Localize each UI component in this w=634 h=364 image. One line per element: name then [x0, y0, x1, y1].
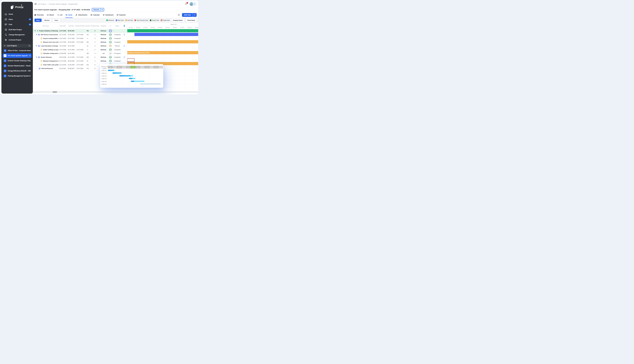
project-item-elevator-modernization[interactable]: E Elevator Modernization – Reside... — [3, 64, 32, 68]
horizontal-scrollbar[interactable] — [33, 91, 198, 93]
collapse-toggle[interactable] — [36, 57, 37, 58]
add-column-button[interactable]: + — [124, 25, 125, 27]
add-subtask-button[interactable]: + — [124, 45, 125, 47]
sidebar-item-draft-new-project[interactable]: Draft New Project — [2, 27, 33, 32]
gantt-bar-measure-duct[interactable] — [127, 40, 198, 43]
progress-ring: 100% — [109, 56, 112, 58]
dashboard-icon — [103, 14, 105, 16]
tab-payment[interactable]: Payment — [117, 12, 126, 18]
table-row[interactable]: Vendor Selection 02-02-2026 31-12-2026 2… — [33, 56, 127, 59]
add-task-label: Add Task — [182, 13, 193, 17]
notifications-button[interactable]: 0 — [184, 2, 188, 6]
sidebar-item-chat[interactable]: Chat 0 — [2, 22, 33, 27]
table-row[interactable]: Load Calculation & Design Re 01-12-2025 … — [33, 44, 127, 48]
refresh-icon[interactable] — [178, 14, 180, 16]
view-days-button[interactable]: Days — [34, 19, 42, 22]
table-row[interactable]: Project Initiation & Planning 31-07-2025… — [33, 29, 127, 33]
breadcrumb-separator: / — [47, 3, 48, 5]
expand-gantt-button[interactable]: Expand Gantt — [172, 18, 184, 22]
legend-closed-task: Closed Task — [150, 20, 159, 21]
tab-label: Attachments — [78, 14, 87, 16]
collapse-toggle[interactable] — [36, 46, 37, 46]
project-item-fire-alarm[interactable]: F Fire Alarm System Upgrade – Sh... — [3, 54, 32, 58]
task-name: Site Survey & Assessment — [41, 34, 58, 35]
table-row[interactable]: Material & Equipment Orde 31-07-2025 30-… — [33, 59, 127, 63]
month-cell: OCT — [149, 66, 154, 68]
task-name: Project Initiation & Planning — [39, 30, 58, 32]
add-subtask-button[interactable]: + — [124, 34, 125, 36]
progress-ring: 50% — [109, 45, 112, 47]
collapse-toggle[interactable] — [36, 34, 37, 35]
print-gantt-button[interactable]: Print Gantt — [186, 18, 197, 22]
month-cell-active: JUN — [131, 66, 136, 68]
gantt-bar-site-survey[interactable] — [134, 33, 198, 36]
table-row[interactable]: Calculate cooling and heati 01-08-2025 3… — [33, 52, 127, 56]
progress-ring: 100% — [109, 60, 112, 62]
sidebar-section-live-projects[interactable]: Live Projects — [3, 44, 32, 48]
search-icon[interactable] — [28, 45, 30, 47]
app-logo: ProUp — [2, 4, 33, 10]
column-status: Status — [113, 25, 121, 26]
project-steps-popup: PROJECT'SSTEPS JAN FEB MAR APR MAY JUN J… — [100, 64, 163, 88]
sidebar-item-archived-project[interactable]: Archived Project — [2, 38, 33, 42]
view-tabs-row: Overview Board List Gantt Attachments Ca… — [33, 12, 198, 18]
add-subtask-button[interactable]: + — [124, 56, 125, 58]
sidebar-item-home[interactable]: Home — [2, 12, 33, 17]
project-item-energy-efficiency[interactable]: E Energy Efficiency Retrofit – Offic... — [3, 68, 32, 73]
inbox-count-badge: 0 — [29, 18, 31, 20]
legend-main-task: Main Task — [116, 20, 124, 21]
step-label: STEP 02 — [102, 73, 108, 74]
target-date-box[interactable] — [127, 58, 134, 62]
add-task-button[interactable]: Add Task — [182, 13, 197, 17]
gantt-bar-label: cooling and heating loads per floor — [128, 52, 150, 54]
collapse-sidebar-icon[interactable] — [34, 3, 36, 5]
chevron-down-icon — [102, 9, 103, 10]
tab-board[interactable]: Board — [47, 12, 54, 18]
board-icon — [47, 14, 49, 16]
main-task-swatch — [116, 20, 117, 21]
progress-ring: 100% — [109, 37, 112, 40]
tab-dashboard[interactable]: Dashboard — [103, 12, 114, 18]
step-label: STEP 01 — [102, 70, 108, 71]
paperclip-icon — [76, 14, 77, 16]
gantt-bar-project-initiation[interactable] — [127, 29, 198, 32]
table-row[interactable]: Gather building occupancy 31-07-2025 31-… — [33, 48, 127, 52]
project-item-exterior-facade[interactable]: E Exterior Facade Cleaning & Repa... — [3, 58, 32, 63]
project-item-parking-management[interactable]: P Parking Management System In... — [3, 74, 32, 78]
date-cell: 07 Nov — [178, 26, 186, 29]
project-item-office-fit-out[interactable]: O Office Fit-Out – Corporate Head... — [3, 48, 32, 53]
view-years-button[interactable]: Years — [52, 19, 60, 22]
gantt-bar-calculate-cooling[interactable]: cooling and heating loads per floor — [127, 51, 198, 54]
tab-calendar[interactable]: Calendar — [90, 12, 100, 18]
table-row[interactable]: Measure duct sizes and lay 31-07-2025 31… — [33, 40, 127, 44]
app-window: ProUp Home Inbox 0 Chat 0 Draft New Proj… — [0, 0, 199, 95]
user-menu[interactable] — [189, 2, 196, 6]
project-status-dropdown[interactable]: Planned — [92, 8, 104, 12]
task-name: Material & Equipment Orde — [43, 60, 58, 62]
column-assignee: Assignee — [99, 25, 108, 26]
tab-attachments[interactable]: Attachments — [76, 12, 87, 18]
column-overdue-days: Overdue Days — [91, 25, 99, 26]
target-date-swatch — [161, 20, 162, 21]
collapse-toggle[interactable] — [34, 30, 36, 31]
date-cell: 09 Nov — [193, 26, 198, 29]
tab-label: Calendar — [93, 14, 100, 16]
tab-gantt[interactable]: Gantt — [66, 12, 72, 18]
sidebar-item-inbox[interactable]: Inbox 0 — [2, 17, 33, 22]
task-name: Calculate cooling and heati — [43, 52, 58, 54]
sidebar-item-change-management[interactable]: Change Management — [2, 32, 33, 38]
app-card: ProUp Home Inbox 0 Chat 0 Draft New Proj… — [0, 0, 198, 94]
tab-label: Dashboard — [106, 14, 114, 16]
view-months-button[interactable]: Months — [43, 19, 52, 22]
horizontal-scrollbar-thumb[interactable] — [52, 91, 57, 93]
sub-task-icon — [40, 64, 42, 66]
project-avatar: P — [4, 74, 6, 77]
date-cell: 08 Nov — [186, 26, 193, 29]
table-row[interactable]: Site Survey & Assessment 01-11-2025 31-0… — [33, 33, 127, 37]
breadcrumb-root[interactable]: Live Projects — [38, 3, 46, 5]
tab-overview[interactable]: Overview — [34, 12, 44, 18]
table-row[interactable]: Inspect existing HVAC equi 31-07-2025 31… — [33, 36, 127, 40]
add-task-dropdown[interactable] — [193, 13, 197, 17]
project-avatar: E — [4, 59, 6, 62]
tab-list[interactable]: List — [57, 12, 62, 18]
